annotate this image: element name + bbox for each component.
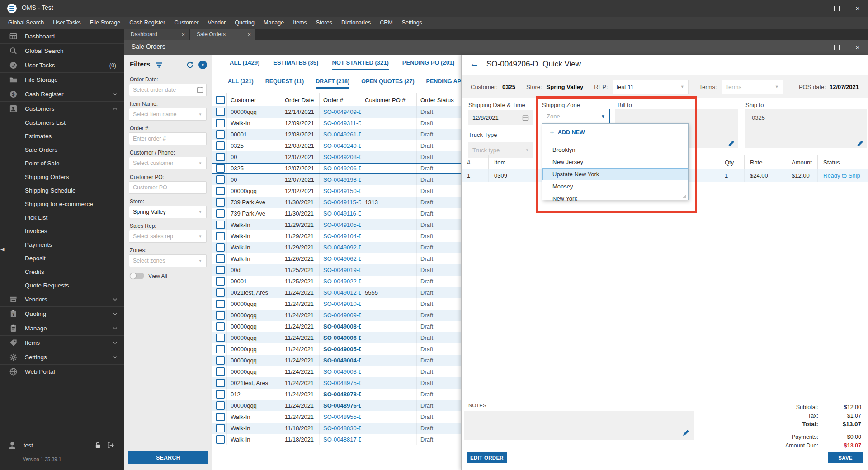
edit-ship-to-pencil-icon[interactable]: [856, 140, 864, 147]
minimize-icon[interactable]: –: [806, 40, 826, 55]
row-checkbox[interactable]: [216, 288, 225, 297]
order-number-input[interactable]: [129, 132, 207, 145]
row-checkbox[interactable]: [216, 221, 225, 229]
collapse-sidebar-icon[interactable]: ◀: [0, 246, 4, 252]
sidebar-item[interactable]: Global Search: [0, 43, 124, 58]
row-checkbox[interactable]: [216, 209, 225, 218]
menu-item[interactable]: Stores: [311, 17, 337, 29]
order-link[interactable]: SO-0049409-D: [323, 108, 361, 115]
menu-item[interactable]: Quoting: [230, 17, 259, 29]
shipping-date-input[interactable]: 12/8/2021: [468, 110, 533, 125]
edit-bill-to-pencil-icon[interactable]: [727, 140, 735, 147]
row-checkbox[interactable]: [216, 356, 225, 365]
order-link[interactable]: SO-0049150-D: [323, 188, 361, 194]
order-link[interactable]: SO-0049249-D: [323, 142, 361, 149]
status-tab[interactable]: ALL (321): [228, 78, 254, 89]
order-link[interactable]: SO-0049012-D: [323, 289, 361, 296]
row-checkbox[interactable]: [216, 254, 225, 263]
sidebar-item[interactable]: Items: [0, 335, 124, 350]
sidebar-item[interactable]: User Tasks (0): [0, 58, 124, 72]
zones-input[interactable]: [129, 254, 207, 267]
status-tab[interactable]: OPEN QUOTES (27): [361, 78, 414, 89]
menu-item[interactable]: File Storage: [85, 17, 125, 29]
row-checkbox[interactable]: [216, 141, 225, 150]
order-link[interactable]: SO-0048976-D: [323, 402, 361, 409]
order-link[interactable]: SO-0049206-D: [323, 165, 361, 172]
row-checkbox[interactable]: [216, 266, 225, 274]
order-link[interactable]: SO-0049104-D: [323, 233, 361, 240]
sidebar-item[interactable]: Shipping Orders: [0, 170, 124, 183]
sidebar-item[interactable]: Pick List: [0, 211, 124, 224]
customer-po-input[interactable]: [129, 181, 207, 194]
sidebar-item[interactable]: Customers List: [0, 116, 124, 129]
calendar-icon[interactable]: [197, 86, 203, 93]
order-link[interactable]: SO-0049116-D: [323, 210, 361, 217]
refresh-icon[interactable]: [186, 61, 194, 69]
resize-grip-icon[interactable]: [682, 194, 687, 199]
row-checkbox[interactable]: [216, 345, 225, 353]
status-tab[interactable]: PENDING PO (201): [402, 59, 455, 70]
row-checkbox[interactable]: [216, 322, 225, 331]
sidebar-item[interactable]: Point of Sale: [0, 156, 124, 170]
sidebar-item[interactable]: Quoting: [0, 306, 124, 321]
row-checkbox[interactable]: [216, 379, 225, 387]
row-checkbox[interactable]: [216, 198, 225, 207]
item-status-link[interactable]: Ready to Ship: [818, 169, 868, 182]
sidebar-item[interactable]: Vendors: [0, 292, 124, 306]
zone-option[interactable]: Brooklyn: [542, 144, 688, 156]
view-all-toggle[interactable]: View All: [130, 273, 167, 279]
sidebar-item[interactable]: Payments: [0, 238, 124, 251]
add-new-zone-button[interactable]: + ADD NEW: [542, 124, 688, 141]
zone-option[interactable]: Monsey: [542, 180, 688, 193]
order-link[interactable]: SO-0049019-D: [323, 267, 361, 273]
row-checkbox[interactable]: [216, 130, 225, 139]
menu-item[interactable]: Dictionaries: [337, 17, 375, 29]
menu-item[interactable]: Manage: [259, 17, 288, 29]
order-link[interactable]: SO-0049261-D: [323, 131, 361, 138]
document-tab[interactable]: Sale Orders ×: [190, 29, 255, 40]
save-button[interactable]: SAVE: [828, 452, 863, 463]
sidebar-item[interactable]: Cash Register: [0, 87, 124, 101]
order-link[interactable]: SO-0049105-D: [323, 221, 361, 228]
menu-item[interactable]: Vendor: [203, 17, 231, 29]
sidebar-item[interactable]: Sale Orders: [0, 143, 124, 156]
order-link[interactable]: SO-0049009-D: [323, 312, 361, 319]
order-link[interactable]: SO-0048978-D: [323, 391, 361, 398]
row-checkbox[interactable]: [216, 119, 225, 127]
sidebar-item[interactable]: Web Portal: [0, 364, 124, 379]
zone-option[interactable]: New York: [542, 193, 688, 205]
document-tab[interactable]: Dashboard ×: [124, 29, 189, 40]
order-link[interactable]: SO-0049022-D: [323, 278, 361, 285]
order-link[interactable]: SO-0049010-D: [323, 301, 361, 307]
close-icon[interactable]: ×: [847, 0, 868, 17]
row-checkbox[interactable]: [216, 334, 225, 342]
status-tab[interactable]: REQUEST (11): [265, 78, 304, 89]
row-checkbox[interactable]: [216, 424, 225, 432]
terms-select[interactable]: Terms ▼: [722, 80, 783, 94]
order-link[interactable]: SO-0049092-D: [323, 244, 361, 251]
back-arrow-icon[interactable]: ←: [470, 58, 479, 69]
sidebar-item[interactable]: Estimates: [0, 129, 124, 143]
menu-item[interactable]: Global Search: [4, 17, 48, 29]
customer-phone-input[interactable]: [129, 157, 207, 169]
row-checkbox[interactable]: [216, 300, 225, 308]
menu-item[interactable]: Settings: [397, 17, 427, 29]
row-checkbox[interactable]: [216, 413, 225, 421]
order-link[interactable]: SO-0049208-D: [323, 154, 361, 160]
item-name-input[interactable]: [129, 108, 207, 121]
menu-item[interactable]: CRM: [375, 17, 397, 29]
row-checkbox[interactable]: [216, 164, 225, 173]
close-icon[interactable]: ×: [847, 40, 868, 55]
row-checkbox[interactable]: [216, 311, 225, 320]
status-tab[interactable]: ESTIMATES (35): [273, 59, 318, 70]
search-button[interactable]: SEARCH: [128, 451, 208, 464]
menu-item[interactable]: Items: [288, 17, 311, 29]
row-checkbox[interactable]: [216, 153, 225, 161]
sidebar-item[interactable]: Invoices: [0, 224, 124, 238]
order-link[interactable]: SO-0049311-D: [323, 120, 361, 127]
sidebar-item[interactable]: Customers: [0, 101, 124, 116]
row-checkbox[interactable]: [216, 435, 225, 444]
restore-icon[interactable]: [826, 40, 847, 55]
order-link[interactable]: SO-0049005-D: [323, 346, 361, 352]
clear-filters-icon[interactable]: ×: [198, 61, 207, 69]
